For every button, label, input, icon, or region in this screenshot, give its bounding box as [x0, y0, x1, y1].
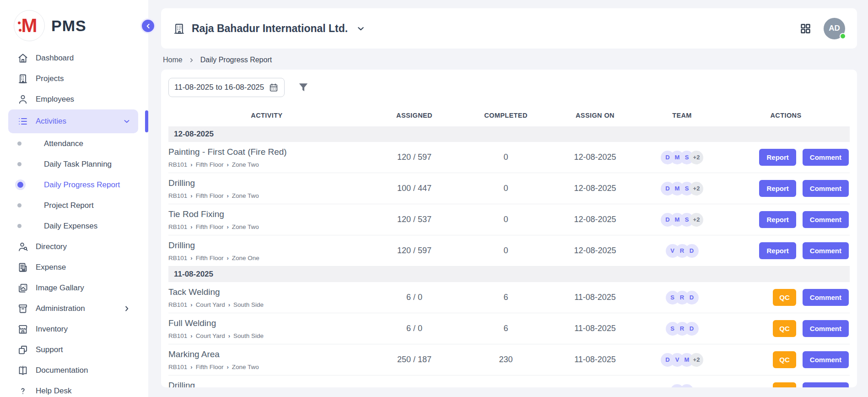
sidebar-item-activities[interactable]: Activities: [8, 109, 138, 133]
table-row: Full Welding RB101›Court Yard›South Side…: [168, 313, 850, 344]
activity-path: RB101›Fifth Floor›Zone One: [168, 255, 365, 261]
qc-button[interactable]: QC: [773, 289, 796, 306]
team-avatars: SRD: [642, 322, 722, 336]
calendar-icon[interactable]: [269, 82, 279, 92]
sidebar-item-label: Directory: [36, 242, 67, 251]
sidebar-item-help-desk[interactable]: Help Desk: [8, 381, 138, 397]
app-name: PMS: [51, 17, 86, 35]
sidebar-item-label: Daily Task Planning: [44, 160, 112, 169]
date-range-field[interactable]: [168, 78, 285, 97]
image-icon: [17, 283, 28, 294]
chevron-right-icon: ›: [226, 223, 228, 230]
comment-button[interactable]: Comment: [803, 351, 849, 368]
activity-name: Drilling: [168, 178, 365, 188]
sidebar-item-employees[interactable]: Employees: [8, 89, 138, 109]
top-header: Raja Bahadur International Ltd. AD: [161, 8, 857, 49]
chevron-right-icon: ›: [226, 364, 228, 370]
chevron-right-icon: ›: [226, 255, 228, 261]
sidebar-item-inventory[interactable]: Inventory: [8, 319, 138, 339]
team-avatar[interactable]: D: [685, 322, 699, 336]
team-extra-count[interactable]: +2: [690, 182, 703, 196]
date-range-input[interactable]: [174, 83, 264, 92]
sidebar-item-label: Inventory: [36, 325, 68, 334]
team-avatar[interactable]: D: [685, 291, 699, 305]
comment-button[interactable]: Comment: [803, 242, 849, 259]
apps-grid-button[interactable]: [799, 22, 812, 35]
comment-button[interactable]: Comment: [803, 289, 849, 306]
team-avatars: DVM+2: [642, 353, 722, 367]
sidebar-item-project-report[interactable]: Project Report: [0, 195, 148, 216]
assign-on-date: 12-08-2025: [548, 246, 642, 256]
comment-button[interactable]: Comment: [803, 320, 849, 337]
chevron-right-icon: ›: [226, 161, 228, 168]
filter-button[interactable]: [297, 82, 309, 93]
chevron-left-icon: [145, 22, 152, 30]
chevron-right-icon: ›: [190, 301, 192, 308]
sidebar-item-label: Image Gallary: [36, 283, 84, 293]
report-button[interactable]: Report: [759, 211, 796, 228]
sidebar-item-directory[interactable]: Directory: [8, 236, 138, 257]
team-avatar[interactable]: D: [685, 244, 699, 258]
activity-name: Drilling: [168, 240, 365, 250]
assign-on-date: 11-08-2025: [548, 324, 642, 333]
company-selector[interactable]: Raja Bahadur International Ltd.: [173, 22, 366, 35]
report-button[interactable]: Report: [759, 242, 796, 259]
user-avatar[interactable]: AD: [824, 18, 845, 39]
column-header-assign-on: ASSIGN ON: [548, 112, 642, 119]
store-icon: [17, 324, 28, 335]
team-extra-count[interactable]: +2: [690, 213, 703, 227]
sidebar-item-label: Employees: [36, 95, 74, 104]
assign-on-date: 11-08-2025: [548, 355, 642, 364]
table-row: Tack Welding RB101›Court Yard›South Side…: [168, 282, 850, 313]
sidebar-item-dashboard[interactable]: Dashboard: [8, 48, 138, 68]
table-row: Drilling RB101›Fifth Floor›Zone One 120 …: [168, 235, 850, 266]
activity-name: Tie Rod Fixing: [168, 209, 365, 219]
sidebar-item-daily-progress-report[interactable]: Daily Progress Report: [0, 174, 148, 195]
team-extra-count[interactable]: +2: [690, 151, 703, 164]
sidebar-item-label: Support: [36, 345, 63, 354]
comment-button[interactable]: Comment: [803, 149, 849, 166]
company-name: Raja Bahadur International Ltd.: [192, 22, 348, 35]
activity-name: Tack Welding: [168, 287, 365, 297]
date-group-row: 11-08-2025: [168, 266, 850, 282]
assigned-value: 100 / 447: [365, 184, 464, 193]
report-button[interactable]: Report: [759, 180, 796, 197]
assigned-value: 250 / 187: [365, 355, 464, 364]
sidebar-item-administration[interactable]: Administration: [8, 298, 138, 319]
sidebar-collapse-button[interactable]: [140, 18, 156, 33]
breadcrumb: Home Daily Progress Report: [163, 56, 857, 64]
team-avatar[interactable]: R: [680, 384, 694, 388]
main-area: Raja Bahadur International Ltd. AD Home …: [148, 0, 868, 397]
table-row: Tie Rod Fixing RB101›Fifth Floor›Zone Tw…: [168, 204, 850, 235]
activity-name: Drilling: [168, 381, 365, 388]
report-button[interactable]: Report: [759, 149, 796, 166]
sidebar-item-label: Activities: [36, 117, 66, 126]
sidebar-item-expense[interactable]: Expense: [8, 257, 138, 277]
qc-button[interactable]: QC: [773, 320, 796, 337]
completed-value: 90: [464, 386, 548, 387]
breadcrumb-home-link[interactable]: Home: [163, 56, 183, 64]
sidebar-item-documentation[interactable]: Documentation: [8, 360, 138, 381]
sidebar-item-daily-expenses[interactable]: Daily Expenses: [0, 216, 148, 236]
sidebar-item-support[interactable]: Support: [8, 339, 138, 360]
sidebar-item-image-gallary[interactable]: Image Gallary: [8, 277, 138, 298]
team-avatars: MR: [642, 384, 722, 388]
comment-button[interactable]: Comment: [803, 211, 849, 228]
home-icon: [17, 53, 28, 64]
row-actions: ReportComment: [722, 149, 850, 166]
qc-button[interactable]: QC: [773, 382, 796, 387]
comment-button[interactable]: Comment: [803, 382, 849, 387]
sidebar-item-label: Expense: [36, 263, 66, 272]
team-extra-count[interactable]: +2: [690, 353, 703, 367]
date-group-row: 12-08-2025: [168, 126, 850, 142]
bullet-icon: [17, 162, 22, 166]
assign-on-date: 11-08-2025: [548, 386, 642, 387]
sidebar-item-daily-task-planning[interactable]: Daily Task Planning: [0, 154, 148, 174]
comment-button[interactable]: Comment: [803, 180, 849, 197]
online-status-dot: [840, 33, 846, 39]
sidebar-item-projects[interactable]: Projects: [8, 68, 138, 89]
chevron-right-icon: ›: [190, 255, 192, 261]
qc-button[interactable]: QC: [773, 351, 796, 368]
funnel-icon: [297, 82, 309, 93]
sidebar-item-attendance[interactable]: Attendance: [0, 133, 148, 154]
